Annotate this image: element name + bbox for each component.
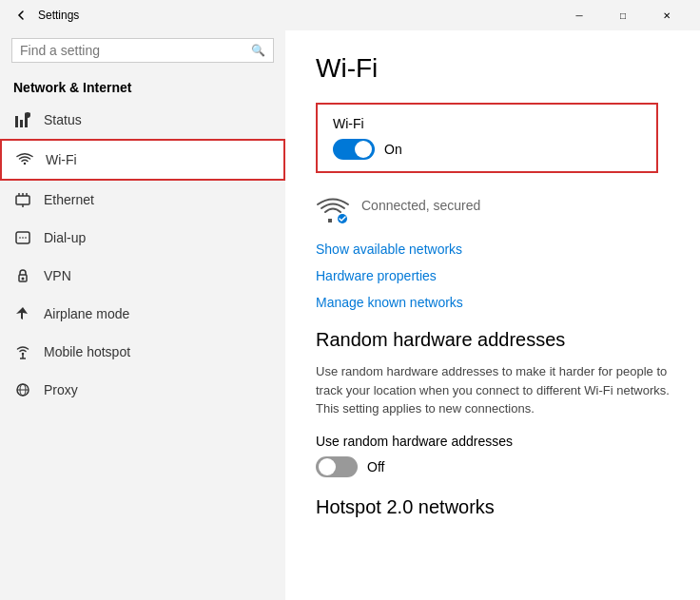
wifi-toggle-card: Wi-Fi On [316,103,658,173]
dialup-icon [13,228,32,247]
sidebar-item-vpn[interactable]: VPN [0,257,285,295]
content-area: Wi-Fi Wi-Fi On [285,30,700,600]
random-hw-desc: Use random hardware addresses to make it… [316,362,670,418]
sidebar-item-dialup-label: Dial-up [44,230,86,245]
toggle-knob [355,141,372,158]
search-icon: 🔍 [251,44,265,57]
sidebar-item-proxy[interactable]: Proxy [0,371,285,409]
hotspot-icon [13,342,32,361]
sidebar-item-dialup[interactable]: Dial-up [0,219,285,257]
page-title: Wi-Fi [316,53,670,84]
sidebar-item-status[interactable]: Status [0,101,285,139]
wifi-card-label: Wi-Fi [333,116,641,131]
show-networks-link[interactable]: Show available networks [316,242,462,257]
search-box[interactable]: 🔍 [11,38,274,63]
sidebar-item-ethernet-label: Ethernet [44,192,94,207]
sidebar-category: Network & Internet [0,74,285,101]
hardware-properties-link[interactable]: Hardware properties [316,268,437,283]
svg-rect-5 [16,196,29,204]
titlebar: Settings ─ □ ✕ [0,0,700,30]
wifi-icon [15,150,34,169]
wifi-connected-icon [316,192,350,226]
random-hw-toggle-state: Off [367,459,384,474]
window-controls: ─ □ ✕ [557,0,689,30]
window-title: Settings [38,9,557,22]
hotspot-title: Hotspot 2.0 networks [316,496,670,518]
status-icon [13,110,32,129]
sidebar-item-proxy-label: Proxy [44,382,78,397]
wifi-toggle[interactable] [333,139,375,160]
sidebar-item-airplane[interactable]: Airplane mode [0,295,285,333]
random-hw-toggle-row: Off [316,456,670,477]
close-button[interactable]: ✕ [645,0,689,30]
random-hw-title: Random hardware addresses [316,329,670,351]
main-container: 🔍 Network & Internet Status [0,30,700,600]
maximize-button[interactable]: □ [601,0,645,30]
back-button[interactable] [11,6,30,25]
ethernet-icon [13,190,32,209]
sidebar: 🔍 Network & Internet Status [0,30,285,600]
sidebar-item-vpn-label: VPN [44,268,71,283]
connected-text: Connected, secured [361,192,480,213]
sidebar-item-wifi-label: Wi-Fi [46,152,77,167]
search-input[interactable] [20,43,251,58]
random-hw-knob [319,458,336,475]
sidebar-item-ethernet[interactable]: Ethernet [0,181,285,219]
sidebar-item-status-label: Status [44,112,82,127]
svg-point-13 [22,278,25,281]
random-hw-toggle-label: Use random hardware addresses [316,434,670,449]
wifi-toggle-row: On [333,139,641,160]
svg-rect-19 [328,219,332,223]
airplane-icon [13,304,32,323]
sidebar-item-wifi[interactable]: Wi-Fi [0,139,285,181]
proxy-icon [13,380,32,399]
sidebar-item-hotspot[interactable]: Mobile hotspot [0,333,285,371]
svg-rect-1 [20,120,23,127]
connected-section: Connected, secured [316,192,670,226]
manage-networks-link[interactable]: Manage known networks [316,295,463,310]
svg-rect-0 [15,116,18,127]
random-hw-toggle[interactable] [316,456,358,477]
sidebar-item-hotspot-label: Mobile hotspot [44,344,130,359]
minimize-button[interactable]: ─ [557,0,601,30]
vpn-icon [13,266,32,285]
wifi-toggle-label: On [384,142,402,157]
sidebar-item-airplane-label: Airplane mode [44,306,129,321]
